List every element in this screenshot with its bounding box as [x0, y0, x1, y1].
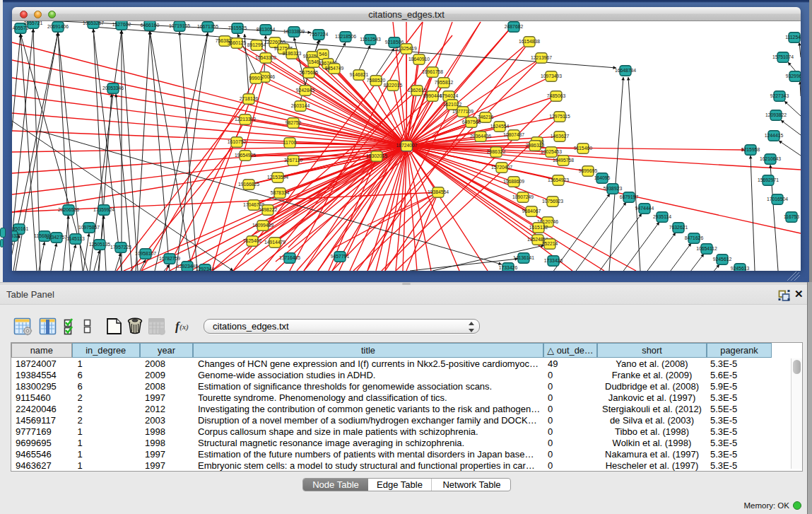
svg-text:9457791: 9457791	[331, 254, 350, 259]
svg-text:10688609: 10688609	[503, 179, 524, 184]
svg-text:2603144: 2603144	[291, 103, 310, 108]
svg-text:16961758: 16961758	[422, 69, 443, 74]
svg-text:10975857: 10975857	[78, 225, 100, 230]
svg-text:8912954: 8912954	[247, 42, 266, 47]
svg-text:2986323: 2986323	[526, 143, 545, 148]
svg-text:17046748: 17046748	[243, 202, 264, 207]
svg-text:10958107: 10958107	[135, 251, 156, 256]
svg-text:1244415: 1244415	[765, 133, 784, 138]
svg-text:6879197: 6879197	[620, 194, 639, 199]
svg-text:9146821: 9146821	[350, 72, 369, 77]
svg-text:8322015: 8322015	[384, 83, 403, 88]
svg-text:164095: 164095	[594, 175, 611, 180]
svg-text:9899695: 9899695	[579, 168, 598, 173]
svg-text:11700: 11700	[283, 140, 297, 145]
svg-text:19384554: 19384554	[428, 189, 449, 194]
svg-text:6794024: 6794024	[440, 93, 459, 98]
svg-text:2986322: 2986322	[487, 149, 506, 154]
svg-text:3660125: 3660125	[228, 40, 247, 45]
svg-text:12213967: 12213967	[531, 55, 552, 60]
svg-text:18724007: 18724007	[396, 143, 417, 148]
svg-text:9242845: 9242845	[296, 88, 315, 93]
svg-text:16671355: 16671355	[197, 24, 218, 29]
svg-text:1624554: 1624554	[490, 124, 510, 129]
svg-text:1733426: 1733426	[544, 258, 563, 263]
svg-text:20206526: 20206526	[58, 207, 79, 212]
svg-text:14914479: 14914479	[264, 240, 286, 245]
svg-text:1610752: 1610752	[228, 139, 247, 144]
svg-text:10756923: 10756923	[542, 199, 563, 204]
svg-text:20691406: 20691406	[47, 24, 69, 29]
svg-text:19777109: 19777109	[452, 109, 473, 114]
svg-text:12342757: 12342757	[46, 235, 67, 240]
svg-text:9115460: 9115460	[574, 146, 592, 151]
svg-text:9245613: 9245613	[731, 266, 750, 271]
svg-text:8186323: 8186323	[283, 51, 302, 56]
svg-text:3915327: 3915327	[12, 233, 21, 238]
svg-text:12213302: 12213302	[235, 117, 256, 122]
svg-text:5938923: 5938923	[604, 186, 623, 191]
svg-text:1733426: 1733426	[499, 265, 518, 270]
svg-text:746216: 746216	[478, 115, 494, 119]
svg-text:17359924: 17359924	[93, 207, 114, 212]
svg-text:15692971: 15692971	[758, 177, 779, 182]
svg-text:7557224: 7557224	[310, 32, 329, 37]
svg-text:16210643: 16210643	[760, 156, 781, 161]
svg-text:10719155: 10719155	[169, 23, 190, 28]
svg-text:7485063: 7485063	[547, 93, 566, 98]
svg-text:7588520: 7588520	[367, 78, 386, 83]
svg-text:546: 546	[319, 52, 327, 57]
svg-text:12153594: 12153594	[267, 175, 288, 180]
svg-text:16154838: 16154838	[519, 39, 540, 44]
svg-text:10653267: 10653267	[83, 21, 104, 25]
svg-text:3950161: 3950161	[12, 226, 28, 231]
svg-text:2055721: 2055721	[24, 21, 43, 25]
svg-text:3267110: 3267110	[284, 158, 302, 163]
svg-text:8471626: 8471626	[685, 235, 704, 240]
svg-text:12093822: 12093822	[765, 112, 787, 117]
svg-text:8813054: 8813054	[257, 27, 276, 32]
svg-text:18495758: 18495758	[553, 158, 574, 163]
svg-text:16033809: 16033809	[283, 29, 305, 34]
svg-text:19302015: 19302015	[366, 153, 387, 158]
svg-text:6497568: 6497568	[462, 119, 481, 124]
svg-text:1463627: 1463627	[551, 134, 570, 139]
svg-text:9684067: 9684067	[522, 209, 541, 214]
svg-text:8454749: 8454749	[325, 66, 344, 71]
svg-text:1546: 1546	[308, 59, 319, 64]
svg-text:3498222: 3498222	[259, 207, 278, 212]
svg-text:9245612: 9245612	[713, 257, 732, 262]
svg-text:1292344: 1292344	[196, 267, 215, 271]
svg-text:20364436: 20364436	[470, 134, 491, 139]
svg-text:1362615: 1362615	[408, 88, 427, 93]
svg-text:1527602: 1527602	[112, 22, 131, 27]
svg-text:7625402: 7625402	[243, 238, 262, 243]
svg-text:252214: 252214	[542, 241, 558, 246]
svg-text:7632621: 7632621	[669, 225, 688, 230]
svg-text:7515525: 7515525	[228, 25, 247, 30]
svg-text:982752: 982752	[286, 120, 302, 125]
svg-text:2935114: 2935114	[653, 214, 671, 219]
svg-text:1145113: 1145113	[66, 236, 85, 241]
svg-text:16648784: 16648784	[615, 68, 636, 73]
svg-text:11325419: 11325419	[396, 46, 417, 51]
svg-text:17016504: 17016504	[767, 197, 788, 201]
svg-text:1615132: 1615132	[529, 225, 548, 230]
svg-text:19654925: 19654925	[235, 153, 256, 158]
svg-text:2487682: 2487682	[505, 24, 524, 29]
svg-text:1112543: 1112543	[785, 35, 801, 40]
svg-text:9218506: 9218506	[385, 40, 404, 45]
svg-text:8215958: 8215958	[741, 147, 760, 152]
svg-text:13716485: 13716485	[279, 255, 300, 260]
svg-text:5675685: 5675685	[300, 70, 319, 75]
svg-text:11512543: 11512543	[360, 37, 381, 42]
svg-text:10807487: 10807487	[503, 132, 524, 137]
svg-text:10025453: 10025453	[541, 149, 562, 154]
svg-text:15720407: 15720407	[491, 165, 512, 170]
svg-text:10543302: 10543302	[255, 55, 276, 60]
svg-text:15751074: 15751074	[772, 54, 794, 59]
svg-text:10654112: 10654112	[696, 246, 717, 251]
svg-text:18640910: 18640910	[408, 57, 430, 62]
svg-text:9227343: 9227343	[770, 93, 789, 98]
svg-text:116753: 116753	[784, 214, 799, 219]
